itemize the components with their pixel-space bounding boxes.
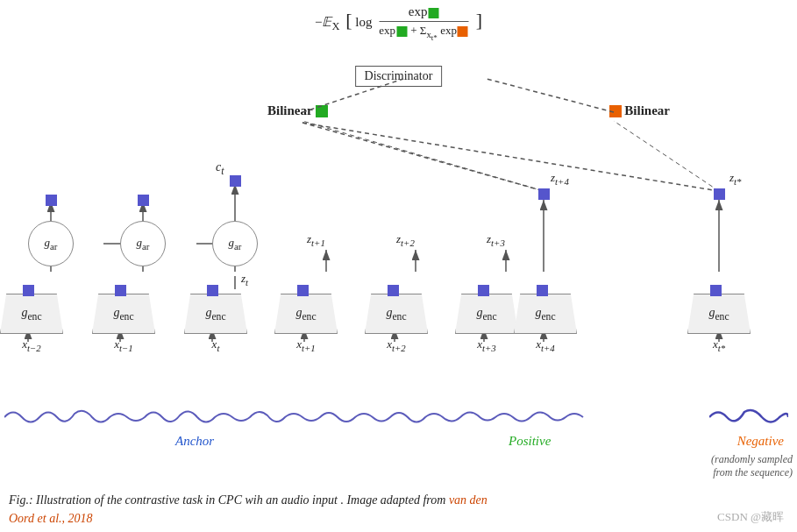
blue-sq-zt4 (538, 188, 550, 200)
discriminator-box: Discriminator (355, 66, 443, 87)
blue-sq-enc4 (388, 285, 399, 296)
ct-label: ct (216, 160, 224, 177)
anchor-label: Anchor (175, 434, 214, 449)
negative-sub: (randomly sampledfrom the sequence) (711, 453, 793, 479)
blue-sq-enc3 (297, 285, 309, 296)
positive-label: Positive (509, 434, 551, 449)
svg-line-3 (302, 123, 719, 191)
zts-label: zt* (729, 171, 742, 187)
enc-xt2: genc xt+2 (365, 294, 428, 353)
enc-xtm1: genc xt−1 (92, 294, 155, 353)
zt1-label: zt+1 (307, 232, 325, 248)
blue-sq-enc6 (537, 285, 548, 296)
blue-sq-rnn1 (46, 195, 57, 206)
enc-xt3: genc xt+3 (455, 294, 518, 353)
blue-sq-ct (230, 175, 241, 187)
rnn-node-2: gar (120, 221, 166, 266)
rnn-node-1: gar (28, 221, 74, 266)
enc-xt: genc xt (184, 294, 247, 353)
blue-sq-enc7 (710, 285, 722, 296)
green-square-left (316, 105, 328, 117)
zt4-label: zt+4 (551, 171, 569, 187)
enc-xt4: genc xt+4 (514, 294, 577, 353)
svg-line-5 (614, 121, 719, 191)
svg-line-1 (487, 79, 614, 112)
blue-sq-zts (714, 188, 725, 200)
zt3-label: zt+3 (487, 232, 505, 248)
svg-line-2 (302, 123, 544, 191)
enc-xt1: genc xt+1 (274, 294, 338, 353)
csdn-label: CSDN @藏晖 (717, 509, 784, 525)
enc-xtm2: genc xt−2 (0, 294, 63, 353)
orange-square-right (609, 105, 622, 117)
bilinear-left: Bilinear (267, 103, 328, 118)
zt-label: zt (241, 272, 248, 287)
svg-line-4 (302, 121, 544, 191)
blue-sq-rnn2 (138, 195, 149, 206)
blue-sq-enc1 (115, 285, 126, 296)
blue-sq-enc5 (478, 285, 489, 296)
formula-area: −𝔼X [ log exp exp + Σxt* exp ] (315, 4, 482, 42)
formula-text: −𝔼X [ log exp exp + Σxt* exp ] (315, 15, 482, 29)
blue-sq-enc2 (207, 285, 218, 296)
enc-xts: genc xt* (687, 294, 751, 353)
caption: Fig.: Illustration of the contrastive ta… (9, 491, 487, 528)
blue-sq-enc0 (23, 285, 34, 296)
waveform-anchor (4, 403, 592, 431)
main-container: −𝔼X [ log exp exp + Σxt* exp ] Discrimin… (0, 0, 797, 532)
bilinear-right: Bilinear (609, 103, 670, 118)
negative-label: Negative (737, 434, 784, 449)
waveform-negative (709, 403, 788, 431)
rnn-node-3: gar (212, 221, 258, 266)
zt2-label: zt+2 (396, 232, 415, 248)
